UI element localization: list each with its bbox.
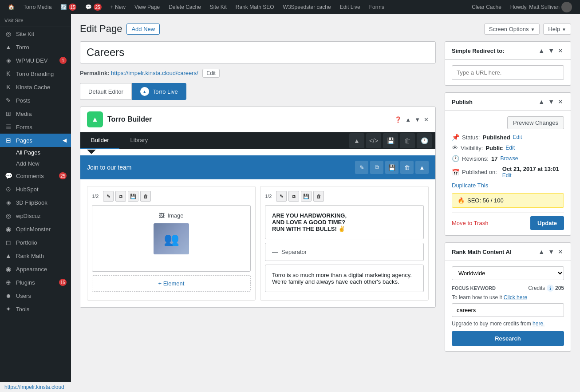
- adminbar-rank-math-seo[interactable]: Rank Math SEO: [232, 0, 278, 14]
- sidebar-item-plugins[interactable]: ⊕ Plugins 15: [0, 276, 71, 289]
- sidebar-item-media[interactable]: ⊞ Media: [0, 107, 71, 120]
- save-button[interactable]: 💾: [383, 133, 398, 148]
- sidebar-item-hubspot[interactable]: ⊙ HubSpot: [0, 182, 71, 196]
- sidebar-item-pages[interactable]: ⊟ Pages ◀: [0, 134, 71, 147]
- col1-delete[interactable]: 🗑: [140, 191, 151, 202]
- update-button[interactable]: Update: [530, 216, 564, 230]
- redirect-collapse-down[interactable]: ▼: [547, 46, 555, 55]
- delete-button[interactable]: 🗑: [400, 133, 415, 148]
- adminbar-clear-cache[interactable]: Clear Cache: [468, 0, 505, 14]
- redirect-url-input[interactable]: [452, 65, 564, 80]
- adminbar-edit-live[interactable]: Edit Live: [336, 0, 364, 14]
- sidebar-item-tools[interactable]: ✦ Tools: [0, 302, 71, 316]
- adminbar-delete-cache[interactable]: Delete Cache: [165, 0, 205, 14]
- row-indicator: [80, 149, 435, 155]
- sidebar-item-posts[interactable]: ✎ Posts: [0, 94, 71, 107]
- sidebar-item-appearance[interactable]: ◉ Appearance: [0, 262, 71, 276]
- sidebar-item-3d-flipbook[interactable]: ◈ 3D FlipBook: [0, 196, 71, 209]
- rank-math-collapse-up[interactable]: ▲: [537, 247, 545, 256]
- default-editor-button[interactable]: Default Editor: [80, 83, 132, 100]
- sidebar-item-torro-branding[interactable]: K Torro Branding: [0, 67, 71, 80]
- col2-edit[interactable]: ✎: [276, 191, 287, 202]
- adminbar-site[interactable]: Torro Media: [20, 0, 55, 14]
- sidebar-sub-add-new[interactable]: Add New: [0, 158, 71, 169]
- click-here-link[interactable]: Click here: [504, 294, 527, 301]
- torro-live-button[interactable]: ▲ Torro Live: [132, 83, 186, 100]
- redirect-toggle[interactable]: ✕: [557, 46, 564, 55]
- rank-math-header[interactable]: Rank Math Content AI ▲ ▼ ✕: [445, 243, 571, 261]
- sidebar-item-optinmonster[interactable]: ◉ OptinMonster: [0, 222, 71, 236]
- edit-permalink-button[interactable]: Edit: [202, 69, 220, 78]
- col2-save[interactable]: 💾: [301, 191, 312, 202]
- collapse-up-icon[interactable]: ▲: [405, 116, 411, 123]
- code-button[interactable]: </>: [366, 133, 381, 148]
- adminbar-w3speedster[interactable]: W3Speedster cache: [280, 0, 335, 14]
- sidebar-item-users[interactable]: ☻ Users: [0, 289, 71, 302]
- adminbar-new[interactable]: + New: [107, 0, 129, 14]
- status-url[interactable]: https://impelr.kinsta.cloud: [4, 384, 64, 390]
- upgrade-here-link[interactable]: here.: [533, 321, 544, 327]
- add-new-button[interactable]: Add New: [126, 24, 160, 35]
- sidebar-sub-all-pages[interactable]: All Pages: [0, 147, 71, 158]
- row-delete-button[interactable]: 🗑: [400, 161, 414, 174]
- sidebar-item-kinsta-cache[interactable]: K Kinsta Cache: [0, 80, 71, 94]
- sidebar-item-portfolio[interactable]: ◻ Portfolio: [0, 236, 71, 249]
- research-button[interactable]: Research: [452, 331, 564, 346]
- move-up-button[interactable]: ▲: [349, 133, 364, 148]
- preview-changes-button[interactable]: Preview Changes: [507, 116, 564, 129]
- rank-math-collapse-down[interactable]: ▼: [547, 247, 555, 256]
- keyword-input[interactable]: [452, 303, 564, 317]
- adminbar-howdy[interactable]: Howdy, Matt Sullivan: [507, 0, 576, 14]
- adminbar-updates[interactable]: 🔄 15: [57, 0, 80, 14]
- adminbar-home[interactable]: 🏠: [4, 0, 18, 14]
- builder-tab-library[interactable]: Library: [119, 132, 158, 149]
- publish-toggle[interactable]: ✕: [557, 97, 564, 106]
- toggle-icon[interactable]: ✕: [424, 116, 429, 123]
- add-element-button[interactable]: + Element: [92, 275, 251, 292]
- col1-save[interactable]: 💾: [128, 191, 138, 202]
- sidebar-item-comments[interactable]: 💬 Comments 25: [0, 169, 71, 182]
- visibility-edit-link[interactable]: Edit: [505, 145, 515, 151]
- revisions-browse-link[interactable]: Browse: [500, 155, 518, 162]
- status-edit-link[interactable]: Edit: [513, 134, 522, 140]
- col1-copy[interactable]: ⧉: [115, 191, 126, 202]
- adminbar-forms[interactable]: Forms: [366, 0, 388, 14]
- col2-copy[interactable]: ⧉: [288, 191, 299, 202]
- row-collapse-button[interactable]: ▲: [415, 161, 429, 174]
- rank-math-toggle[interactable]: ✕: [557, 247, 564, 256]
- sidebar-item-wpmu-dev[interactable]: ◈ WPMU DEV 1: [0, 54, 71, 67]
- expand-down-icon[interactable]: ▼: [414, 116, 420, 123]
- help-button[interactable]: Help: [543, 24, 571, 35]
- adminbar-view-page[interactable]: View Page: [131, 0, 163, 14]
- sidebar-item-forms[interactable]: ☰ Forms: [0, 120, 71, 134]
- redirect-collapse-up[interactable]: ▲: [537, 46, 545, 55]
- row-copy-button[interactable]: ⧉: [370, 161, 383, 174]
- col2-delete[interactable]: 🗑: [313, 191, 324, 202]
- adminbar-site-kit[interactable]: Site Kit: [206, 0, 230, 14]
- worldwide-dropdown[interactable]: Worldwide: [452, 266, 564, 280]
- history-button[interactable]: 🕐: [417, 133, 432, 148]
- top-bar: Edit Page Add New Screen Options Help: [80, 23, 571, 35]
- published-on-value: Oct 21, 2017 at 13:01: [502, 166, 559, 172]
- screen-options-button[interactable]: Screen Options: [484, 24, 540, 35]
- move-to-trash-button[interactable]: Move to Trash: [452, 220, 488, 226]
- published-on-edit-link[interactable]: Edit: [502, 172, 559, 178]
- duplicate-this-link[interactable]: Duplicate This: [452, 182, 564, 189]
- page-title-input[interactable]: [80, 41, 436, 63]
- sidebar-item-site-kit[interactable]: ◎ Site Kit: [0, 27, 71, 40]
- publish-collapse-up[interactable]: ▲: [537, 97, 545, 106]
- permalink-url[interactable]: https://impelr.kinsta.cloud/careers/: [111, 70, 198, 76]
- col1-edit[interactable]: ✎: [103, 191, 114, 202]
- visit-site-link[interactable]: Visit Site: [0, 14, 71, 27]
- row-edit-button[interactable]: ✎: [355, 161, 368, 174]
- row-save-button[interactable]: 💾: [385, 161, 399, 174]
- publish-header[interactable]: Publish ▲ ▼ ✕: [445, 93, 571, 111]
- simple-redirect-header[interactable]: Simple Redirect to: ▲ ▼ ✕: [445, 42, 571, 60]
- publish-collapse-down[interactable]: ▼: [547, 97, 555, 106]
- builder-tab-builder[interactable]: Builder: [80, 132, 119, 149]
- sidebar-item-wpdiscuz[interactable]: ◎ wpDiscuz: [0, 209, 71, 222]
- sidebar-item-torro[interactable]: ▲ Torro: [0, 40, 71, 54]
- help-circle-icon[interactable]: ❓: [395, 116, 402, 123]
- sidebar-item-rank-math[interactable]: ▲ Rank Math: [0, 249, 71, 262]
- adminbar-comments[interactable]: 💬 25: [82, 0, 105, 14]
